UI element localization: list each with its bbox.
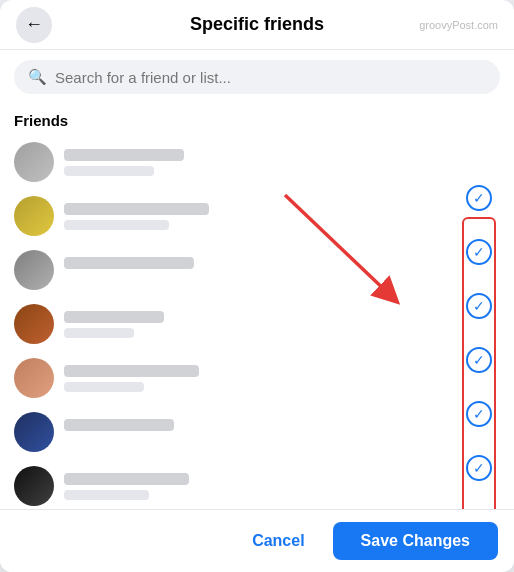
cancel-button[interactable]: Cancel (234, 522, 322, 560)
modal-container: ← Specific friends groovyPost.com 🔍 Frie… (0, 0, 514, 572)
friend-name (64, 473, 189, 485)
list-item (14, 297, 500, 351)
save-changes-button[interactable]: Save Changes (333, 522, 498, 560)
avatar (14, 142, 54, 182)
checkbox-row[interactable]: ✓ (466, 441, 492, 495)
checkbox-row[interactable]: ✓ (466, 333, 492, 387)
check-icon: ✓ (473, 407, 485, 421)
friend-name (64, 257, 194, 269)
avatar (14, 412, 54, 452)
friend-info (64, 365, 500, 392)
page-title: Specific friends (190, 14, 324, 35)
search-input-wrap: 🔍 (14, 60, 500, 94)
friend-name (64, 365, 199, 377)
avatar (14, 304, 54, 344)
friend-checkbox[interactable]: ✓ (466, 185, 492, 211)
modal-footer: Cancel Save Changes (0, 509, 514, 572)
friend-info (64, 473, 500, 500)
check-icon: ✓ (473, 353, 485, 367)
check-icon: ✓ (473, 245, 485, 259)
friend-info (64, 257, 500, 284)
friend-checkbox[interactable]: ✓ (466, 401, 492, 427)
friends-list: ✓ ✓ ✓ ✓ (14, 135, 500, 509)
list-item (14, 405, 500, 459)
friend-info (64, 203, 500, 230)
friend-sub (64, 328, 134, 338)
friend-name (64, 203, 209, 215)
list-item (14, 135, 500, 189)
friend-info (64, 419, 500, 446)
friends-section: Friends (0, 104, 514, 509)
list-item (14, 459, 500, 509)
avatar (14, 358, 54, 398)
check-icon: ✓ (473, 461, 485, 475)
check-icon: ✓ (473, 299, 485, 313)
friend-name (64, 311, 164, 323)
friend-name (64, 419, 174, 431)
list-item (14, 189, 500, 243)
friend-info (64, 311, 500, 338)
section-label: Friends (14, 112, 500, 129)
search-icon: 🔍 (28, 68, 47, 86)
check-icon: ✓ (473, 191, 485, 205)
friend-checkbox[interactable]: ✓ (466, 455, 492, 481)
friend-checkbox[interactable]: ✓ (466, 239, 492, 265)
friend-checkbox[interactable]: ✓ (466, 293, 492, 319)
search-bar: 🔍 (0, 50, 514, 104)
friend-checkbox[interactable]: ✓ (466, 347, 492, 373)
checkbox-row[interactable]: ✓ (466, 171, 492, 225)
friend-sub (64, 166, 154, 176)
friend-sub (64, 220, 169, 230)
modal-header: ← Specific friends groovyPost.com (0, 0, 514, 50)
list-item (14, 243, 500, 297)
checkbox-row[interactable]: ✓ (466, 495, 492, 509)
list-item (14, 351, 500, 405)
friend-sub (64, 382, 144, 392)
checkbox-row[interactable]: ✓ (466, 279, 492, 333)
checkboxes-column: ✓ ✓ ✓ ✓ (466, 171, 492, 509)
friend-sub (64, 490, 149, 500)
avatar (14, 196, 54, 236)
friend-info (64, 149, 500, 176)
search-input[interactable] (55, 69, 486, 86)
back-button[interactable]: ← (16, 7, 52, 43)
watermark: groovyPost.com (419, 19, 498, 31)
checkbox-row[interactable]: ✓ (466, 225, 492, 279)
avatar (14, 466, 54, 506)
avatar (14, 250, 54, 290)
friend-name (64, 149, 184, 161)
checkbox-row[interactable]: ✓ (466, 387, 492, 441)
